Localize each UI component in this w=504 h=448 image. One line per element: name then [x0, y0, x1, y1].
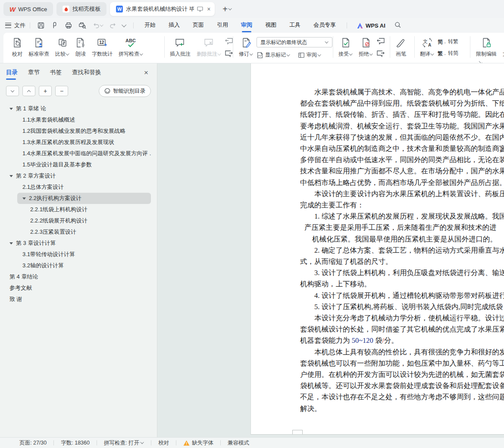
toc-item[interactable]: 1.3水果压紧机的发展历程及发展现状	[17, 137, 151, 148]
toc-item[interactable]: 2.2.1纸袋上料机构设计	[17, 204, 151, 215]
review-pane-chevron-icon[interactable]	[317, 53, 321, 56]
tab-find-replace[interactable]: 查找和替换	[72, 69, 101, 77]
next-comment-icon[interactable]	[225, 50, 233, 59]
menu-view[interactable]: 视图	[265, 21, 276, 30]
simplified-to-traditional-button[interactable]: 简→ 转繁	[438, 38, 458, 45]
review-pane-button[interactable]: 审阅	[298, 51, 321, 59]
compatibility-mode-indicator[interactable]: 兼容模式	[228, 439, 249, 447]
spellcheck-chevron-icon[interactable]	[140, 440, 144, 444]
toc-item[interactable]: 第 2 章方案设计	[7, 170, 151, 182]
wps-ai-button[interactable]: WPS AI	[357, 22, 385, 29]
smart-toc-button[interactable]: 智能识别目录	[99, 85, 151, 97]
toc-item[interactable]: 致 谢	[7, 294, 151, 305]
monitor-icon[interactable]	[197, 6, 203, 12]
toc-collapse-arrow-icon[interactable]	[9, 175, 13, 177]
menu-tools[interactable]: 工具	[289, 21, 301, 30]
menu-home[interactable]: 开始	[144, 21, 156, 30]
insert-comment-button[interactable]: 插入批注	[167, 34, 193, 60]
reject-button[interactable]: 拒绝	[356, 34, 376, 60]
track-changes-button[interactable]: 修订	[236, 34, 256, 60]
track-changes-chevron-icon[interactable]	[249, 52, 253, 55]
close-tab-icon[interactable]: ×	[206, 6, 211, 13]
tab-docer-templates[interactable]: 找稻壳模板	[56, 2, 106, 16]
translate-chevron-icon[interactable]	[430, 52, 434, 55]
compare-chevron-icon[interactable]	[66, 52, 69, 55]
restrict-editing-button[interactable]: 限制编辑	[473, 34, 499, 60]
document-page[interactable]: 水果套袋机械属于高技术、高智能、高竞争的机电一体化产品都会在套袋机械产品中得到应…	[250, 63, 504, 435]
tab-list-chevron-icon[interactable]	[228, 6, 232, 10]
tab-wps-office[interactable]: W WPS Office	[3, 2, 53, 16]
word-count-indicator[interactable]: 字数: 18360	[61, 439, 90, 447]
toc-item[interactable]: 1.5毕业设计题目及基本参数	[17, 159, 151, 170]
toc-item[interactable]: 2.1总体方案设计	[17, 182, 151, 193]
document-line: 式，从而缩短了机器的尺寸。	[300, 256, 504, 267]
tab-toc[interactable]: 目录	[6, 69, 18, 77]
show-markup-chevron-icon[interactable]	[286, 53, 290, 56]
document-permission-button[interactable]: 文档	[500, 34, 504, 60]
toc-item[interactable]: 1.4水果压紧机发展中面临的问题研究及发展方向评 ...	[17, 148, 151, 159]
toc-collapse-arrow-icon[interactable]	[22, 197, 26, 200]
zoom-in-button[interactable]: +	[39, 86, 52, 96]
undo-chevron-icon[interactable]	[100, 23, 103, 26]
zoom-out-button[interactable]: −	[55, 86, 68, 96]
toc-item[interactable]: 2.2.2纸袋展开机构设计	[17, 215, 151, 226]
show-markup-button[interactable]: 显示标记	[257, 51, 290, 59]
previous-comment-icon[interactable]	[225, 38, 233, 47]
new-tab-button[interactable]: +	[222, 4, 228, 14]
page-indicator[interactable]: 页面: 27/30	[19, 439, 47, 447]
translate-button[interactable]: 文A 翻译	[417, 34, 437, 60]
accept-chevron-icon[interactable]	[349, 52, 352, 55]
toc-item[interactable]: 第 4 章结论	[7, 271, 151, 282]
expand-all-button[interactable]	[6, 86, 19, 96]
toc-item[interactable]: 3.2轴的设计计算	[17, 260, 151, 271]
toc-item[interactable]: 第 3 章设计计算	[7, 238, 151, 249]
read-aloud-button[interactable]: 朗读	[73, 34, 88, 60]
markup-state-select[interactable]: 显示标记的最终状态	[257, 37, 332, 47]
proofread-button[interactable]: 校对	[9, 34, 25, 60]
toc-item[interactable]: 参考文献	[7, 282, 151, 294]
print-icon[interactable]	[65, 22, 72, 29]
accept-button[interactable]: 接受	[336, 34, 355, 60]
toc-item[interactable]: 2.2执行机构方案设计	[17, 193, 151, 204]
tab-bookmarks[interactable]: 书签	[50, 69, 62, 77]
compare-button[interactable]: 比较	[53, 34, 72, 60]
redo-icon[interactable]	[110, 22, 117, 29]
word-count-button[interactable]: 12 字数统计	[89, 34, 115, 60]
collapse-all-button[interactable]	[22, 86, 35, 96]
tab-chapters[interactable]: 章节	[28, 69, 40, 77]
toc-collapse-arrow-icon[interactable]	[9, 108, 13, 110]
spell-check-button[interactable]: ABC 拼写检查	[116, 34, 146, 60]
toolbar-chevron-icon[interactable]	[122, 22, 126, 27]
menu-review[interactable]: 审阅	[241, 21, 252, 30]
menu-membership[interactable]: 会员专享	[313, 21, 336, 30]
toc-item[interactable]: 3.1带轮传动设计计算	[17, 249, 151, 260]
missing-font-warning[interactable]: 缺失字体	[183, 439, 213, 447]
spellcheck-toggle[interactable]: 拼写检查: 打开	[104, 439, 144, 447]
next-change-icon[interactable]	[376, 50, 385, 59]
save-icon[interactable]	[37, 22, 45, 29]
proofread-status[interactable]: 校对	[158, 439, 169, 447]
menu-page[interactable]: 页面	[193, 21, 204, 30]
search-icon[interactable]	[394, 21, 401, 30]
delete-comment-button[interactable]: 删除批注	[194, 34, 224, 60]
close-sidebar-icon[interactable]: ×	[144, 69, 148, 77]
hamburger-icon[interactable]	[5, 23, 11, 28]
menu-insert[interactable]: 插入	[169, 21, 180, 30]
print-preview-icon[interactable]	[78, 22, 86, 29]
tab-document-active[interactable]: W 水果套袋机机械结构设计 毕业 ×	[110, 2, 215, 16]
previous-change-icon[interactable]	[376, 38, 385, 47]
toc-item[interactable]: 第 1 章绪 论	[7, 103, 151, 114]
menu-file[interactable]: 文件	[14, 22, 25, 29]
reject-chevron-icon[interactable]	[369, 52, 373, 55]
toc-item[interactable]: 1.2我国套袋机械业发展的思考和发展战略	[17, 125, 151, 137]
menu-reference[interactable]: 引用	[217, 21, 228, 30]
toc-item[interactable]: 1.1水果套袋机械概述	[17, 114, 151, 125]
traditional-to-simplified-button[interactable]: 繁→ 转简	[438, 50, 458, 57]
standard-review-button[interactable]: 标准审查	[26, 34, 52, 60]
spell-check-chevron-icon[interactable]	[139, 52, 143, 55]
undo-icon[interactable]	[92, 22, 103, 29]
export-icon[interactable]	[51, 22, 59, 29]
ink-brush-button[interactable]: 画笔	[393, 34, 409, 60]
toc-collapse-arrow-icon[interactable]	[9, 242, 13, 244]
toc-item[interactable]: 2.2.3压紧装置设计	[17, 226, 151, 238]
